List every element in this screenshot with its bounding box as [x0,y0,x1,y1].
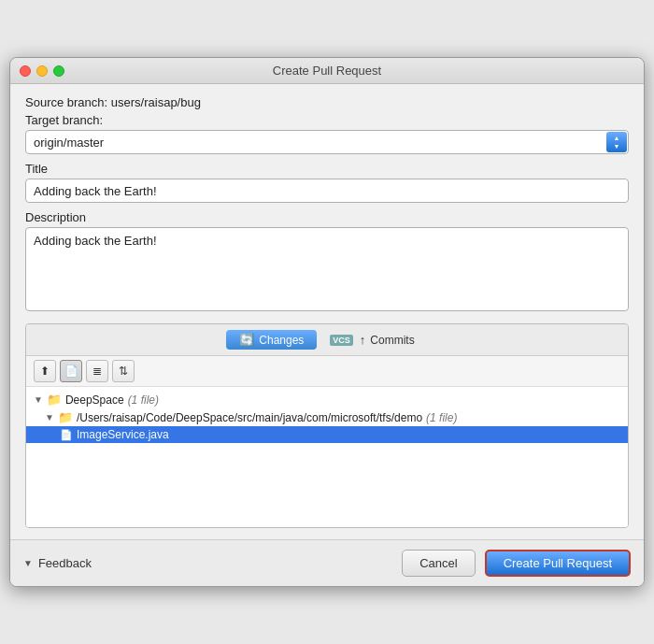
minimize-button[interactable] [36,65,48,77]
list-icon: ≣ [92,365,102,378]
branch-select[interactable]: origin/master [25,130,629,154]
target-branch-label: Target branch: [25,113,629,127]
tree-file[interactable]: 📄 ImageService.java [26,426,628,443]
description-label: Description [25,210,629,224]
toolbar-btn-2[interactable]: 📄 [60,360,82,382]
root-folder-count: (1 file) [128,394,159,407]
vcs-badge: VCS [330,335,353,346]
dialog-window: Create Pull Request Source branch: users… [9,57,645,587]
tab-changes[interactable]: 🔄 Changes [226,330,317,350]
root-folder-name: DeepSpace [65,394,124,407]
source-branch-line: Source branch: users/raisap/bug [25,95,629,109]
root-folder-icon: 📁 [47,393,62,407]
titlebar: Create Pull Request [10,58,644,84]
maximize-button[interactable] [53,65,64,77]
branch-select-wrapper: origin/master [25,130,629,154]
target-branch-field: Target branch: origin/master [25,113,629,154]
dialog-content: Source branch: users/raisap/bug Target b… [10,84,644,539]
sort-icon: ⇅ [119,365,128,378]
title-label: Title [25,162,629,176]
tab-commits-label: Commits [370,334,414,347]
cancel-button[interactable]: Cancel [402,550,475,577]
changes-icon: 🔄 [239,333,254,347]
action-buttons: Cancel Create Pull Request [402,550,631,577]
create-pull-request-button[interactable]: Create Pull Request [485,550,631,577]
file-icon-btn: 📄 [64,365,78,378]
tab-section: 🔄 Changes VCS ↑ Commits ⬆ 📄 ≣ [25,323,629,528]
tree-subdir[interactable]: ▼ 📁 /Users/raisap/Code/DeepSpace/src/mai… [26,408,628,426]
window-title: Create Pull Request [273,64,381,78]
tree-root-arrow: ▼ [34,394,43,405]
bottom-bar: ▼ Feedback Cancel Create Pull Request [10,539,644,586]
title-field-row: Title [25,162,629,203]
toolbar-btn-3[interactable]: ≣ [86,360,108,382]
upload-icon: ⬆ [40,365,50,378]
source-branch-label: Source branch: [25,95,107,109]
subdir-name: /Users/raisap/Code/DeepSpace/src/main/ja… [77,411,422,424]
tab-bar: 🔄 Changes VCS ↑ Commits [26,324,628,356]
tree-root[interactable]: ▼ 📁 DeepSpace (1 file) [26,391,628,408]
source-branch-value: users/raisap/bug [111,95,201,109]
feedback-label: Feedback [38,556,92,570]
feedback-arrow-icon: ▼ [23,558,33,568]
file-toolbar: ⬆ 📄 ≣ ⇅ [26,356,628,387]
tree-subdir-arrow: ▼ [45,412,54,422]
file-name: ImageService.java [77,428,169,441]
title-input[interactable] [25,179,629,203]
toolbar-btn-1[interactable]: ⬆ [34,360,56,382]
java-file-icon: 📄 [60,429,73,441]
subdir-folder-icon: 📁 [58,410,73,424]
tab-commits[interactable]: VCS ↑ Commits [317,330,427,350]
subdir-count: (1 file) [426,411,457,424]
tab-changes-label: Changes [259,334,304,347]
description-textarea[interactable]: Adding back the Earth! [25,227,629,311]
feedback-button[interactable]: ▼ Feedback [23,556,92,570]
close-button[interactable] [20,65,31,77]
toolbar-btn-4[interactable]: ⇅ [112,360,135,382]
traffic-lights [20,65,64,77]
commits-icon: ↑ [360,333,366,347]
description-field-row: Description Adding back the Earth! [25,210,629,314]
file-tree: ▼ 📁 DeepSpace (1 file) ▼ 📁 /Users/raisap… [26,387,628,527]
